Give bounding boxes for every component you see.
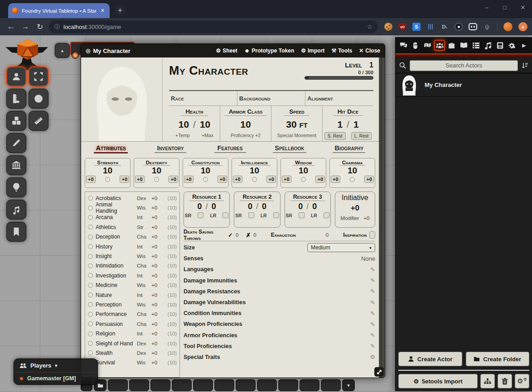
death-fail-icon[interactable]: ✗ [246,232,251,239]
macro-slot[interactable] [214,379,234,391]
inspiration-checkbox[interactable] [369,231,375,239]
address-bar[interactable]: ⓘ localhost:30000/game ☆ [49,20,378,33]
skill-proficiency-toggle[interactable] [88,263,93,268]
cookie-icon[interactable] [384,23,392,31]
skill-name[interactable]: History [96,244,134,250]
skill-proficiency-toggle[interactable] [88,234,93,239]
skill-row[interactable]: Nature Int +0 (10) [88,290,177,300]
tool-measure-ruler[interactable] [6,89,26,109]
edit-icon[interactable]: ✎ [370,332,375,339]
macro-slot[interactable] [321,379,341,391]
ability-name[interactable]: Wisdom [292,159,314,166]
initiative-mod[interactable]: +0 [363,215,369,221]
tool-select-target[interactable] [29,67,48,86]
site-info-icon[interactable]: ⓘ [54,23,60,31]
sheet-tab[interactable]: Inventory [140,144,200,153]
folder-tree-button[interactable] [480,374,495,388]
tool-select-token[interactable] [6,67,26,86]
ability-name[interactable]: Strength [94,159,121,166]
sheet-config-button[interactable]: ⚙Sheet [216,48,237,54]
long-rest-button[interactable]: L. Rest [351,132,372,140]
ability-name[interactable]: Intelligence [238,159,271,166]
skill-proficiency-toggle[interactable] [88,283,93,288]
skill-name[interactable]: Acrobatics [96,195,134,201]
5etools-import-button[interactable]: ⚙ 5etools Import [398,374,478,388]
skill-name[interactable]: Perception [96,301,134,308]
skill-row[interactable]: Sleight of Hand Dex +0 (10) [88,339,177,348]
ability-check-mod[interactable]: +0 [169,176,178,183]
death-success-icon[interactable]: ✓ [228,232,233,239]
proficiency-toggle[interactable] [301,177,306,182]
sort-mode-icon[interactable] [522,62,528,69]
macro-slot[interactable] [108,379,128,391]
character-name[interactable]: My Character [169,64,303,78]
edit-icon[interactable]: ✎ [370,277,375,284]
tab-compendium[interactable] [494,40,505,51]
skill-row[interactable]: Medicine Wis +0 (10) [88,281,177,290]
skill-proficiency-toggle[interactable] [88,196,93,201]
death-success-count[interactable]: 0 [236,232,238,238]
sheet-tab[interactable]: Attributes [81,144,140,153]
ability-check-mod[interactable]: +0 [266,176,276,183]
sheet-tab[interactable]: Features [200,144,260,153]
collapse-controls-button[interactable]: ▲ [55,43,70,58]
skill-name[interactable]: Medicine [96,282,134,288]
tools-button[interactable]: ⚒Tools [331,48,352,54]
configure-button[interactable]: ⚙⚙ [515,374,529,388]
tab-journal[interactable] [458,40,469,51]
macro-slot[interactable] [278,379,298,391]
tab-playlists[interactable] [483,40,493,51]
skill-name[interactable]: Arcana [96,214,134,220]
tab-items[interactable] [446,40,457,51]
ability-save-mod[interactable]: +0 [184,176,193,183]
skill-row[interactable]: Investigation Int +0 (10) [88,271,177,280]
tool-dice-roller[interactable] [6,111,26,131]
ability-save-mod[interactable]: +0 [331,176,340,183]
skill-name[interactable]: Sleight of Hand [96,340,134,347]
edit-icon[interactable]: ✎ [370,343,375,349]
xp-text[interactable]: 0 / 300 [303,70,373,75]
new-tab-button[interactable]: + [114,5,126,16]
skill-proficiency-toggle[interactable] [88,302,93,307]
create-actor-button[interactable]: Create Actor [398,352,462,366]
ability-score[interactable]: 10 [348,166,357,176]
edit-icon[interactable]: ✎ [370,266,375,273]
ability-score[interactable]: 10 [299,166,308,176]
resource-value[interactable]: 0 [198,201,202,212]
skill-row[interactable]: Performance Cha +0 (10) [88,310,177,319]
player-row[interactable]: Gamemaster [GM] [14,373,97,384]
proficiency-toggle[interactable] [203,177,208,182]
hp-temp-label[interactable]: +Temp [175,133,190,138]
bookmark-star-icon[interactable]: ☆ [367,23,372,30]
tab-scenes[interactable] [422,40,433,51]
players-header[interactable]: Players ▾ [14,359,97,373]
hp-max[interactable]: 10 [200,119,210,130]
ability-check-mod[interactable]: +0 [120,176,129,183]
skill-name[interactable]: Nature [96,292,134,298]
size-select[interactable]: Medium [307,243,375,252]
skill-proficiency-toggle[interactable] [88,292,93,297]
skill-name[interactable]: Athletics [96,224,134,230]
resource-max[interactable]: 0 [212,201,216,212]
hit-dice-current[interactable]: 1 [337,119,343,130]
skill-row[interactable]: Religion Int +0 (10) [88,329,177,338]
maximize-button[interactable]: □ [496,4,514,11]
sheet-tab[interactable]: Spellbook [260,144,319,153]
edit-icon[interactable]: ⚙ [370,354,375,360]
resource-value[interactable]: 0 [248,201,252,212]
ability-save-mod[interactable]: +0 [135,176,145,183]
skill-name[interactable]: Survival [96,359,134,366]
skill-row[interactable]: Persuasion Cha +0 (10) [88,319,177,329]
search-input[interactable] [410,60,518,71]
skill-name[interactable]: Performance [96,311,134,317]
update-button[interactable]: ▲ [518,22,527,31]
skill-row[interactable]: Athletics Str +0 (10) [88,222,177,232]
edit-icon[interactable]: ✎ [370,310,375,317]
skill-row[interactable]: Animal Handling Wis +0 (10) [88,203,177,212]
initiative-value[interactable]: +0 [351,204,359,213]
skill-row[interactable]: Deception Cha +0 (10) [88,232,177,242]
skill-row[interactable]: Stealth Dex +0 (10) [88,348,177,358]
skill-row[interactable]: Intimidation Cha +0 (10) [88,261,177,271]
skill-name[interactable]: Stealth [96,350,134,356]
tool-walls[interactable] [6,155,26,175]
